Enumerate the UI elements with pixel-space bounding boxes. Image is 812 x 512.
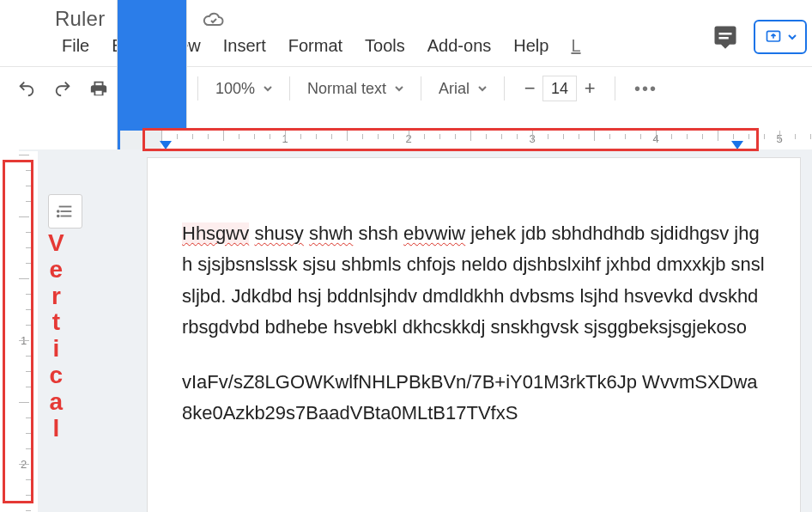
zoom-value: 100% (215, 80, 255, 98)
paragraph-style-dropdown[interactable]: Normal text (302, 78, 409, 100)
font-size-decrease[interactable]: − (517, 76, 542, 101)
chevron-down-icon (395, 84, 403, 93)
document-outline-icon[interactable] (48, 194, 82, 229)
menu-help[interactable]: Help (506, 34, 555, 58)
document-title[interactable]: Ruler (55, 7, 105, 31)
svg-point-5 (58, 216, 59, 217)
zoom-dropdown[interactable]: 100% (210, 78, 277, 100)
titlebar: Ruler File Edit View Insert Format Tools… (0, 0, 812, 66)
undo-icon[interactable] (12, 76, 41, 101)
share-button[interactable] (754, 20, 807, 54)
menu-insert[interactable]: Insert (216, 34, 273, 58)
menu-format[interactable]: Format (282, 34, 349, 58)
font-size-group: − 14 + (517, 76, 603, 101)
menu-file[interactable]: File (55, 34, 96, 58)
docs-logo[interactable] (5, 13, 41, 61)
paragraph[interactable]: Hhsgwv shusy shwh shsh ebvwiw jehek jdb … (182, 218, 766, 343)
workspace: 1 2 Hhsgwv shusy shwh shsh ebvwiw jehek … (19, 149, 812, 512)
horizontal-ruler[interactable]: 1 2 3 4 5 (120, 131, 812, 149)
font-family-value: Arial (439, 80, 470, 98)
more-toolbar-icon[interactable]: ••• (627, 79, 664, 99)
svg-point-4 (58, 210, 59, 212)
paragraph[interactable]: vIaFv/sZ8LGOWKwlfNHLPBkBVn/7B+iY01M3rkTk… (182, 367, 766, 430)
menu-addons[interactable]: Add-ons (421, 34, 499, 58)
chevron-down-icon (478, 84, 487, 93)
font-family-dropdown[interactable]: Arial (433, 78, 492, 100)
chevron-down-icon (264, 84, 272, 93)
cloud-status-icon[interactable] (203, 9, 225, 28)
print-icon[interactable] (84, 76, 113, 101)
font-size-value[interactable]: 14 (542, 76, 577, 101)
menu-tools[interactable]: Tools (358, 34, 412, 58)
paragraph-style-value: Normal text (307, 80, 386, 98)
chevron-down-icon (788, 33, 797, 41)
redo-icon[interactable] (48, 76, 77, 101)
font-size-increase[interactable]: + (577, 76, 603, 101)
vertical-ruler[interactable]: 1 2 (19, 151, 38, 512)
comment-history-icon[interactable] (712, 24, 738, 50)
document-page[interactable]: Hhsgwv shusy shwh shsh ebvwiw jehek jdb … (148, 158, 800, 512)
last-edit[interactable]: L (564, 34, 587, 58)
